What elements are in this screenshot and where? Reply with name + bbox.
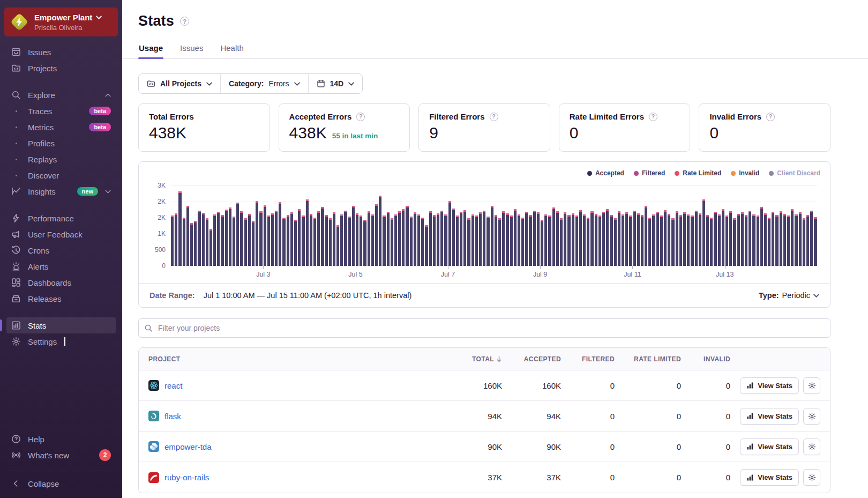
tab-usage[interactable]: Usage [138, 40, 163, 58]
bar-accepted[interactable] [336, 225, 339, 266]
bar-accepted[interactable] [391, 218, 393, 266]
bar-accepted[interactable] [702, 199, 705, 266]
bar-accepted[interactable] [186, 206, 189, 266]
bar-accepted[interactable] [321, 207, 324, 266]
bar-accepted[interactable] [579, 210, 582, 266]
bar-accepted[interactable] [514, 209, 517, 266]
bar-accepted[interactable] [271, 213, 274, 266]
bar-accepted[interactable] [814, 217, 817, 266]
sidebar-item-performance[interactable]: Performance [6, 210, 116, 226]
project-link[interactable]: flask [164, 412, 181, 421]
bar-accepted[interactable] [637, 213, 640, 266]
bar-accepted[interactable] [806, 215, 809, 266]
tab-issues[interactable]: Issues [179, 40, 204, 58]
bar-accepted[interactable] [298, 209, 301, 266]
bar-accepted[interactable] [206, 218, 208, 266]
bar-accepted[interactable] [671, 218, 674, 266]
bar-accepted[interactable] [387, 212, 390, 266]
project-settings-button[interactable] [803, 377, 820, 394]
sidebar-item-profiles[interactable]: Profiles [6, 135, 116, 151]
sidebar-item-user-feedback[interactable]: User Feedback [6, 226, 116, 242]
bar-accepted[interactable] [252, 221, 255, 266]
bar-accepted[interactable] [537, 212, 540, 266]
sidebar-item-discover[interactable]: Discover [6, 167, 116, 183]
bar-accepted[interactable] [506, 213, 508, 266]
bar-accepted[interactable] [437, 213, 439, 266]
bar-accepted[interactable] [302, 215, 304, 266]
bar-accepted[interactable] [810, 211, 813, 266]
bar-accepted[interactable] [787, 215, 790, 266]
sidebar-item-replays[interactable]: Replays [6, 151, 116, 167]
bar-accepted[interactable] [495, 215, 497, 266]
bar-accepted[interactable] [287, 215, 289, 266]
bar-accepted[interactable] [433, 215, 436, 266]
bar-accepted[interactable] [567, 215, 570, 266]
bar-accepted[interactable] [217, 212, 220, 266]
bar-accepted[interactable] [664, 210, 667, 266]
view-stats-button[interactable]: View Stats [740, 438, 799, 455]
bar-accepted[interactable] [733, 218, 736, 266]
bar-accepted[interactable] [695, 211, 698, 266]
bar-accepted[interactable] [467, 218, 470, 266]
sidebar-item-crons[interactable]: Crons [6, 242, 116, 258]
bar-accepted[interactable] [625, 212, 628, 266]
view-stats-button[interactable]: View Stats [740, 469, 799, 486]
sidebar-item-insights[interactable]: Insightsnew [6, 183, 116, 199]
bar-accepted[interactable] [760, 207, 763, 266]
bar-accepted[interactable] [803, 218, 805, 266]
bar-accepted[interactable] [768, 218, 770, 266]
bar-accepted[interactable] [491, 206, 493, 266]
bar-accepted[interactable] [618, 211, 620, 266]
bar-accepted[interactable] [541, 220, 543, 266]
bar-accepted[interactable] [668, 214, 670, 266]
bar-accepted[interactable] [587, 218, 589, 266]
bar-accepted[interactable] [629, 215, 632, 266]
bar-accepted[interactable] [248, 214, 251, 266]
bar-accepted[interactable] [414, 212, 416, 266]
bar-accepted[interactable] [440, 211, 443, 266]
sidebar-item-issues[interactable]: Issues [6, 44, 116, 60]
legend-item-client-discard[interactable]: Client Discard [769, 169, 820, 177]
bar-accepted[interactable] [236, 203, 239, 266]
view-stats-button[interactable]: View Stats [740, 408, 799, 425]
bar-accepted[interactable] [233, 217, 235, 266]
bar-accepted[interactable] [463, 210, 466, 266]
bar-accepted[interactable] [699, 213, 701, 266]
bar-accepted[interactable] [483, 211, 485, 266]
bar-accepted[interactable] [213, 214, 216, 266]
bar-accepted[interactable] [340, 214, 343, 266]
bar-accepted[interactable] [775, 215, 778, 266]
legend-item-rate-limited[interactable]: Rate Limited [675, 169, 721, 177]
sidebar-item-alerts[interactable]: Alerts [6, 258, 116, 274]
bar-accepted[interactable] [529, 215, 532, 266]
bar-accepted[interactable] [472, 214, 474, 266]
legend-item-filtered[interactable]: Filtered [634, 169, 665, 177]
bar-accepted[interactable] [749, 211, 751, 266]
bar-accepted[interactable] [429, 211, 432, 266]
bar-accepted[interactable] [718, 214, 721, 266]
bar-accepted[interactable] [706, 215, 709, 266]
bar-accepted[interactable] [525, 212, 528, 266]
bar-accepted[interactable] [556, 211, 559, 266]
bar-accepted[interactable] [417, 214, 420, 266]
bar-accepted[interactable] [633, 211, 636, 266]
bar-accepted[interactable] [725, 215, 728, 266]
bar-accepted[interactable] [498, 218, 501, 266]
bar-accepted[interactable] [764, 213, 767, 266]
bar-accepted[interactable] [313, 218, 316, 266]
project-link[interactable]: ruby-on-rails [164, 473, 209, 482]
bar-accepted[interactable] [676, 211, 678, 266]
bar-accepted[interactable] [317, 211, 320, 266]
bar-accepted[interactable] [575, 215, 578, 266]
sidebar-item-settings[interactable]: Settings [6, 333, 116, 350]
project-link[interactable]: empower-tda [164, 442, 212, 451]
bar-accepted[interactable] [256, 201, 258, 266]
bar-accepted[interactable] [406, 206, 408, 266]
bar-accepted[interactable] [383, 215, 385, 266]
bar-accepted[interactable] [656, 212, 659, 266]
bar-accepted[interactable] [780, 211, 782, 266]
bar-accepted[interactable] [683, 212, 686, 266]
project-link[interactable]: react [164, 381, 182, 390]
bar-accepted[interactable] [356, 213, 358, 266]
help-icon[interactable]: ? [766, 113, 775, 121]
